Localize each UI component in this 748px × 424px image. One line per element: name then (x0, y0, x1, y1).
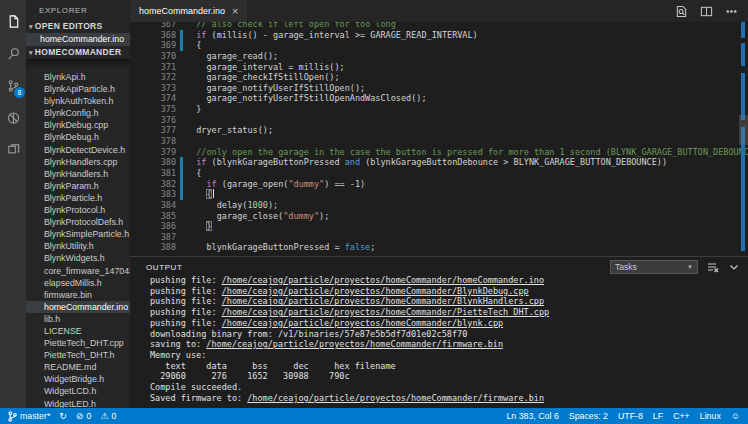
tree-item[interactable]: BlynkApi.h (26, 71, 130, 83)
tree-item[interactable]: BlynkParticle.h (26, 192, 130, 204)
code-editor[interactable]: 367 // also check if left open for too l… (130, 22, 748, 256)
tree-item[interactable]: BlynkProtocolDefs.h (26, 216, 130, 228)
line-number: 369 (130, 40, 176, 51)
modified-gutter-indicator (180, 189, 183, 200)
collapse-panel-icon[interactable] (728, 261, 740, 273)
tree-item[interactable]: BlynkDebug.cpp (26, 119, 130, 131)
code-line[interactable]: 384 delay(1000); (130, 200, 748, 211)
code-line[interactable]: 388 blynkGarageButtonPressed = false; (130, 242, 748, 253)
status-warnings[interactable]: ⚠0 (100, 411, 116, 421)
output-log[interactable]: pushing file: /home/ceajog/particle/proy… (130, 275, 748, 408)
code-text: if (garage_open("dummy") == -1) (186, 179, 365, 190)
output-link[interactable]: /home/ceajog/particle/proyectos/homeComm… (222, 318, 503, 328)
code-line[interactable]: 379 //only open the garage in the case t… (130, 147, 748, 158)
code-line[interactable]: 386 } (130, 221, 748, 232)
tree-item[interactable]: blynkAuthToken.h (26, 95, 130, 107)
tree-item[interactable]: lib.h (26, 313, 130, 325)
output-line: pushing file: /home/ceajog/particle/proy… (130, 286, 748, 297)
output-link[interactable]: /home/ceajog/particle/proyectos/homeComm… (247, 393, 544, 403)
code-line[interactable]: 381 { (130, 168, 748, 179)
tree-item[interactable]: core_firmware_14704389813 (26, 265, 130, 277)
tree-item[interactable]: WidgetLCD.h (26, 385, 130, 397)
status-linux[interactable]: Linux (700, 411, 721, 421)
folder-header[interactable]: ▾ HOMECOMMANDER (26, 46, 130, 59)
tree-item[interactable]: BlynkWidgets.h (26, 252, 130, 264)
status-errors[interactable]: ⊘0 (76, 411, 91, 421)
tree-item[interactable]: BlynkDebug.h (26, 131, 130, 143)
output-link[interactable]: /home/ceajog/particle/proyectos/homeComm… (206, 339, 503, 349)
code-line[interactable]: 377 dryer_status(); (130, 125, 748, 136)
clear-output-icon[interactable] (707, 261, 719, 273)
tree-item[interactable]: PietteTech_DHT.cpp (26, 337, 130, 349)
code-line[interactable]: 387 (130, 232, 748, 243)
close-icon[interactable]: × (232, 5, 238, 17)
status-lf[interactable]: LF (653, 411, 663, 421)
editor-scrollbar[interactable] (739, 115, 748, 145)
tree-item[interactable]: BlynkHandlers.cpp (26, 156, 130, 168)
warnings-icon: ⚠ (100, 412, 108, 421)
open-preview-icon[interactable] (675, 5, 688, 18)
code-line[interactable]: 382 if (garage_open("dummy") == -1) (130, 179, 748, 190)
status-spaces-2[interactable]: Spaces: 2 (569, 411, 608, 421)
code-line[interactable]: 375 } (130, 104, 748, 115)
search-icon[interactable] (0, 38, 26, 70)
tree-item[interactable]: BlynkUtility.h (26, 240, 130, 252)
open-editors-header[interactable]: ▾ OPEN EDITORS (26, 20, 130, 33)
code-line[interactable]: 374 garage_notifyUserIfStillOpenAndWasCl… (130, 93, 748, 104)
tree-item[interactable]: BlynkProtocol.h (26, 204, 130, 216)
code-line[interactable]: 372 garage_checkIfStillOpen(); (130, 72, 748, 83)
code-line[interactable]: 370 garage_read(); (130, 51, 748, 62)
status-c-[interactable]: C++ (673, 411, 690, 421)
tree-item[interactable]: firmware.bin (26, 289, 130, 301)
tab-homecommander[interactable]: homeCommander.ino × (130, 0, 247, 22)
tree-item[interactable]: BlynkConfig.h (26, 107, 130, 119)
split-editor-icon[interactable] (700, 5, 713, 18)
tree-item[interactable]: LICENSE (26, 325, 130, 337)
line-number: 367 (130, 22, 176, 30)
code-line[interactable]: 378 (130, 136, 748, 147)
status-feedback[interactable]: ☺ (731, 412, 740, 421)
code-text: { (186, 168, 201, 179)
status-utf-8[interactable]: UTF-8 (618, 411, 643, 421)
output-link[interactable]: /home/ceajog/particle/proyectos/homeComm… (222, 286, 529, 296)
output-channel-select[interactable]: Tasks ▼ (610, 260, 698, 274)
tree-item[interactable]: PietteTech_DHT.h (26, 349, 130, 361)
tree-item[interactable]: BlynkApiParticle.h (26, 83, 130, 95)
code-line[interactable]: 383 { (130, 189, 748, 200)
modified-gutter-indicator (180, 40, 183, 51)
code-line[interactable]: 376 (130, 115, 748, 126)
output-link[interactable]: /home/ceajog/particle/proyectos/homeComm… (222, 307, 550, 317)
output-link[interactable]: /home/ceajog/particle/proyectos/homeComm… (222, 275, 544, 285)
code-line[interactable]: 385 garage_close("dummy"); (130, 211, 748, 222)
status-sync[interactable]: ↻ (59, 412, 67, 421)
code-text: garage_interval = millis(); (186, 62, 345, 73)
code-line[interactable]: 371 garage_interval = millis(); (130, 62, 748, 73)
tree-item[interactable]: WidgetBridge.h (26, 373, 130, 385)
code-line[interactable]: 367 // also check if left open for too l… (130, 22, 748, 30)
more-actions-icon[interactable] (725, 5, 738, 18)
sync-icon: ↻ (59, 412, 67, 421)
status-ln-383-col-6[interactable]: Ln 383, Col 6 (506, 411, 558, 421)
line-number: 375 (130, 104, 176, 115)
extensions-icon[interactable] (0, 134, 26, 166)
open-editor-item[interactable]: homeCommander.ino (26, 33, 130, 46)
tree-item[interactable]: BlynkDetectDevice.h (26, 144, 130, 156)
tree-item[interactable]: BlynkParam.h (26, 180, 130, 192)
tree-item[interactable]: homeCommander.ino (26, 301, 130, 313)
code-line[interactable]: 380 if (blynkGarageButtonPressed and (bl… (130, 157, 748, 168)
tree-item[interactable]: BlynkSimpleParticle.h (26, 228, 130, 240)
status-git-branch[interactable]: master* (8, 411, 50, 422)
tree-item[interactable]: WidgetLED.h (26, 398, 130, 408)
debug-icon[interactable] (0, 102, 26, 134)
tree-item[interactable]: README.md (26, 361, 130, 373)
code-line[interactable]: 373 garage_notifyUserIfStillOpen(); (130, 83, 748, 94)
tree-item[interactable]: elapsedMillis.h (26, 277, 130, 289)
output-link[interactable]: /home/ceajog/particle/proyectos/homeComm… (222, 296, 544, 306)
tree-item[interactable]: BlynkHandlers.h (26, 168, 130, 180)
code-line[interactable]: 369 { (130, 40, 748, 51)
code-line[interactable]: 368 if (millis() - garage_interval >= GA… (130, 30, 748, 41)
output-line: pushing file: /home/ceajog/particle/proy… (130, 296, 748, 307)
source-control-icon[interactable]: 8 (0, 70, 26, 102)
git-branch-icon (8, 411, 17, 422)
explorer-icon[interactable] (0, 6, 26, 38)
